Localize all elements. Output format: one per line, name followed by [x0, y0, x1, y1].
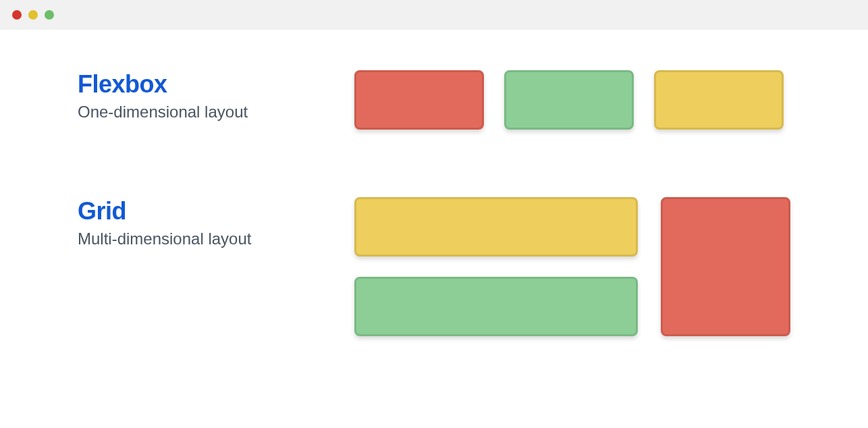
grid-section: Grid Multi-dimensional layout: [78, 197, 794, 336]
flexbox-subtitle: One-dimensional layout: [78, 103, 354, 122]
flexbox-text: Flexbox One-dimensional layout: [78, 70, 354, 122]
window-maximize-button[interactable]: [45, 10, 54, 20]
flexbox-title: Flexbox: [78, 70, 354, 99]
grid-item-green: [354, 277, 638, 336]
window-titlebar: [0, 0, 868, 30]
main-content: Flexbox One-dimensional layout Grid Mult…: [0, 30, 868, 336]
grid-title: Grid: [78, 197, 354, 225]
flexbox-section: Flexbox One-dimensional layout: [78, 70, 794, 130]
grid-demo: [354, 197, 794, 336]
grid-item-yellow: [354, 197, 638, 257]
grid-subtitle: Multi-dimensional layout: [78, 230, 354, 248]
grid-item-red: [661, 197, 790, 336]
grid-text: Grid Multi-dimensional layout: [78, 197, 354, 248]
window-close-button[interactable]: [12, 10, 22, 20]
flex-item-yellow: [654, 70, 784, 130]
window-minimize-button[interactable]: [28, 10, 38, 20]
flex-item-red: [354, 70, 484, 130]
flexbox-demo: [354, 70, 794, 130]
flex-item-green: [504, 70, 634, 130]
